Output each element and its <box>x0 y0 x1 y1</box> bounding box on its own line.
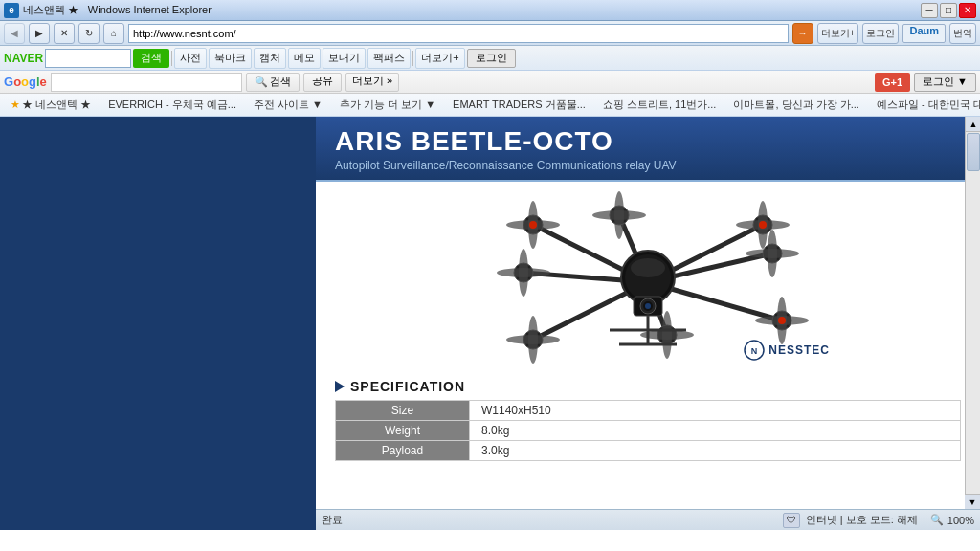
nav-bar: ◀ ▶ ✕ ↻ ⌂ → 더보기+ 로그인 Daum 번역 <box>0 21 980 46</box>
spec-value-weight: 8.0kg <box>470 421 961 441</box>
spec-header: SPECIFICATION <box>335 379 961 394</box>
nesstec-text: NESSTEC <box>768 343 830 357</box>
svg-point-34 <box>519 249 528 297</box>
spec-value-payload: 3.0kg <box>470 441 961 461</box>
more-button[interactable]: 더보기 » <box>345 73 399 92</box>
toolbar-sep-1 <box>171 51 172 66</box>
svg-point-41 <box>645 303 651 309</box>
naver-search-input[interactable] <box>45 49 131 68</box>
page-header: ARIS BEETLE-OCTO Autopilot Surveillance/… <box>316 117 980 182</box>
spec-label-payload: Payload <box>336 441 470 461</box>
back-button[interactable]: ◀ <box>4 23 25 44</box>
daum-button[interactable]: Daum <box>902 24 946 43</box>
sidebar <box>0 117 316 530</box>
title-bar: e 네스앤텍 ★ - Windows Internet Explorer ─ □… <box>0 0 980 21</box>
svg-point-31 <box>528 316 538 364</box>
svg-text:N: N <box>751 346 758 356</box>
nesnt-bookmark[interactable]: ★ 네스앤텍 ★ <box>22 98 91 112</box>
fav-shopping[interactable]: 쇼핑 스트리트, 11번가... <box>598 96 722 115</box>
scrollbar-track: ▲ <box>965 117 980 509</box>
google-search-input[interactable] <box>51 73 242 92</box>
fav-emart[interactable]: EMART TRADERS 거품물... <box>448 96 590 115</box>
status-done: 완료 <box>322 513 775 527</box>
toolbar-memo[interactable]: 메모 <box>288 48 321 69</box>
toolbar-login[interactable]: 로그인 <box>467 49 516 68</box>
stop-button[interactable]: ✕ <box>54 23 75 44</box>
maximize-button[interactable]: □ <box>940 3 957 18</box>
page-subtitle: Autopilot Surveillance/Reconnaissance Co… <box>335 159 961 172</box>
nesstec-logo-icon: N <box>744 340 765 361</box>
nav-right: 더보기+ 로그인 Daum 번역 <box>817 23 976 44</box>
svg-point-43 <box>778 317 786 324</box>
more-label[interactable]: 더보기+ <box>817 23 859 44</box>
naver-logo: NAVER <box>4 52 43 65</box>
fav-main-site[interactable]: 주전 사이트 ▼ <box>249 96 327 115</box>
fav-everrich[interactable]: EVERRICH - 우체국 예금... <box>103 96 241 115</box>
svg-point-28 <box>662 311 672 359</box>
security-label: 인터넷 | 보호 모드: 해제 <box>806 513 918 527</box>
address-bar[interactable] <box>128 24 789 43</box>
toolbar-bookmark[interactable]: 북마크 <box>209 48 252 69</box>
svg-point-44 <box>759 221 767 229</box>
refresh-button[interactable]: ↻ <box>78 23 100 44</box>
table-row: Size W1140xH510 <box>336 401 961 421</box>
svg-point-22 <box>768 230 777 277</box>
status-bar: 완료 🛡 인터넷 | 보호 모드: 해제 🔍 100% <box>316 509 980 530</box>
minimize-button[interactable]: ─ <box>921 3 938 18</box>
content-area: ARIS BEETLE-OCTO Autopilot Surveillance/… <box>316 117 980 530</box>
main-area: ARIS BEETLE-OCTO Autopilot Surveillance/… <box>0 117 980 530</box>
home-button[interactable]: ⌂ <box>103 23 124 44</box>
toolbar-sep-2 <box>412 51 413 66</box>
drone-area: N NESSTEC <box>316 182 980 373</box>
security-icon: 🛡 <box>783 513 800 528</box>
fav-emart2[interactable]: 이마트몰, 당신과 가장 가... <box>728 96 863 115</box>
gplus-button[interactable]: G+1 <box>875 73 910 92</box>
google-bar: Google 🔍 검색 공유 더보기 » G+1 로그인 ▼ <box>0 71 980 94</box>
google-o2: o <box>21 75 29 89</box>
spec-value-size: W1140xH510 <box>470 401 961 421</box>
go-button[interactable]: → <box>792 23 813 44</box>
close-button[interactable]: ✕ <box>959 3 976 18</box>
svg-point-16 <box>614 191 624 239</box>
google-login-button[interactable]: 로그인 ▼ <box>914 73 976 92</box>
naver-toolbar: NAVER 검색 사전 북마크 캠처 메모 보내기 팩패스 더보기+ 로그인 <box>0 46 980 71</box>
page-title: ARIS BEETLE-OCTO <box>335 126 961 157</box>
scroll-thumb[interactable] <box>967 133 980 171</box>
favorites-bar: ★ ★ 네스앤텍 ★ EVERRICH - 우체국 예금... 주전 사이트 ▼… <box>0 94 980 117</box>
login-button[interactable]: 로그인 <box>862 23 899 44</box>
zoom-level: 100% <box>947 515 974 526</box>
star-icon: ★ <box>11 99 20 111</box>
svg-point-42 <box>529 221 537 229</box>
toolbar-moreinfo[interactable]: 더보기+ <box>415 48 464 69</box>
scroll-down-button[interactable]: ▼ <box>965 494 980 509</box>
share-button[interactable]: 공유 <box>303 73 342 92</box>
google-logo: Google <box>4 75 47 89</box>
fav-more-features[interactable]: 추가 기능 더 보기 ▼ <box>335 96 440 115</box>
google-g: G <box>4 75 13 89</box>
google-g2: g <box>29 75 36 89</box>
title-bar-text: 네스앤텍 ★ - Windows Internet Explorer <box>23 3 212 17</box>
toolbar-dict[interactable]: 사전 <box>174 48 207 69</box>
spec-section: SPECIFICATION Size W1140xH510 Weight 8.0… <box>316 373 980 467</box>
scroll-up-button[interactable]: ▲ <box>966 117 980 132</box>
toolbar-fax[interactable]: 팩패스 <box>368 48 411 69</box>
translate-button[interactable]: 번역 <box>949 23 976 44</box>
fav-yesfile[interactable]: 예스파일 - 대한민국 대표... <box>872 96 980 115</box>
ie-icon: e <box>4 3 19 18</box>
forward-button[interactable]: ▶ <box>29 23 50 44</box>
google-e: e <box>40 75 47 89</box>
toolbar-send[interactable]: 보내기 <box>323 48 366 69</box>
title-bar-left: e 네스앤텍 ★ - Windows Internet Explorer <box>4 3 212 18</box>
table-row: Payload 3.0kg <box>336 441 961 461</box>
naver-search-button[interactable]: 검색 <box>133 49 169 68</box>
zoom-bar: 🔍 100% <box>930 514 974 526</box>
status-right: 🛡 인터넷 | 보호 모드: 해제 🔍 100% <box>783 513 974 528</box>
search-icon: 🔍 <box>255 76 268 88</box>
google-search-button[interactable]: 🔍 검색 <box>246 73 300 92</box>
svg-point-10 <box>631 258 665 277</box>
table-row: Weight 8.0kg <box>336 421 961 441</box>
zoom-icon: 🔍 <box>930 514 944 526</box>
spec-arrow-icon <box>335 381 345 392</box>
drone-image: N NESSTEC <box>457 187 839 368</box>
toolbar-camp[interactable]: 캠처 <box>254 48 286 69</box>
